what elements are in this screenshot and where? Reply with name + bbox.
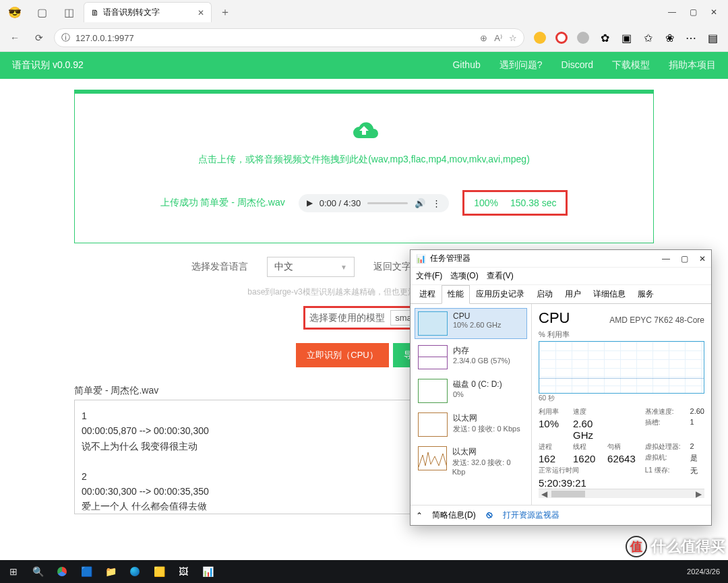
disk-thumb-graph	[418, 379, 448, 403]
more-icon[interactable]: ⋯	[685, 32, 697, 44]
new-tab-button[interactable]: ＋	[214, 3, 236, 22]
taskmgr-taskbar-icon[interactable]: 📊	[198, 562, 217, 581]
window-minimize-button[interactable]: —	[668, 7, 676, 17]
upload-hint: 点击上传，或将音频视频文件拖拽到此处(wav,mp3,flac,mp4,mov,…	[75, 154, 653, 166]
watermark: 值 什么值得买	[626, 536, 725, 557]
horizontal-scrollbar[interactable]: ◀▶	[539, 489, 704, 498]
back-button[interactable]: ←	[5, 28, 24, 47]
search-icon[interactable]: ⊕	[480, 33, 487, 43]
model-highlight-box: 选择要使用的模型 smal	[303, 306, 424, 330]
menu-file[interactable]: 文件(F)	[416, 270, 442, 282]
collections-icon[interactable]: ❀	[663, 32, 675, 44]
sidebar-item-cpu[interactable]: CPU10% 2.60 GHz	[415, 308, 527, 339]
brief-info-link[interactable]: 简略信息(D)	[432, 510, 476, 521]
ext-icon-2[interactable]	[555, 32, 568, 44]
search-button[interactable]: 🔍	[28, 562, 47, 581]
volume-icon[interactable]: 🔊	[415, 198, 425, 208]
mem-thumb-graph	[418, 345, 448, 369]
tm-minimize-button[interactable]: —	[662, 254, 670, 264]
cpu-chart	[539, 341, 704, 394]
address-bar[interactable]: ⓘ 127.0.0.1:9977 ⊕ A⁾ ☆	[54, 28, 524, 47]
profile-icon[interactable]: 😎	[8, 5, 22, 19]
start-button[interactable]: ⊞	[4, 562, 23, 581]
threads-value: 1620	[573, 453, 598, 464]
eth-thumb-graph	[418, 446, 447, 470]
chrome-icon[interactable]	[53, 562, 71, 581]
browser-tab[interactable]: 🗎 语音识别转文字 ✕	[84, 2, 212, 22]
nav-download[interactable]: 下载模型	[612, 59, 650, 71]
app-navbar: 语音识别 v0.0.92 Github 遇到问题? Discord 下载模型 捐…	[0, 52, 728, 79]
recognize-button[interactable]: 立即识别（CPU）	[296, 343, 388, 367]
menu-options[interactable]: 选项(O)	[450, 270, 478, 282]
audio-time: 0:00 / 4:30	[320, 198, 361, 208]
sidebar-icon[interactable]: ◫	[62, 5, 75, 19]
sidebar-item-memory[interactable]: 内存2.3/4.0 GB (57%)	[415, 342, 527, 373]
progress-box: 100% 150.38 sec	[462, 190, 568, 216]
window-close-button[interactable]: ✕	[710, 7, 717, 17]
system-clock[interactable]: 2024/3/26	[687, 567, 724, 576]
resource-monitor-link[interactable]: 打开资源监视器	[503, 510, 559, 521]
info-icon[interactable]: ⓘ	[61, 32, 70, 44]
lang-label: 选择发音语言	[191, 261, 248, 273]
workspaces-icon[interactable]: ▢	[35, 5, 49, 19]
ext-icon-1[interactable]	[534, 32, 546, 44]
upload-success-text: 上传成功 简单爱 - 周杰伦.wav	[160, 197, 285, 209]
ext-icon-3[interactable]	[577, 32, 589, 44]
tab-services[interactable]: 服务	[632, 285, 660, 303]
tm-maximize-button[interactable]: ▢	[681, 254, 688, 264]
cpu-model: AMD EPYC 7K62 48-Core	[609, 315, 704, 325]
play-icon[interactable]: ▶	[307, 198, 313, 208]
audio-player[interactable]: ▶ 0:00 / 4:30 🔊 ⋮	[299, 194, 449, 212]
windows-taskbar[interactable]: ⊞ 🔍 🟦 📁 🟨 🖼 📊 2024/3/26	[0, 560, 728, 583]
audio-menu-icon[interactable]: ⋮	[432, 198, 441, 208]
tm-close-button[interactable]: ✕	[699, 254, 706, 264]
tab-details[interactable]: 详细信息	[587, 285, 632, 303]
tab-title: 语音识别转文字	[103, 7, 160, 18]
app-icon-2[interactable]: 🟨	[150, 562, 169, 581]
extensions-icon[interactable]: ▣	[620, 32, 632, 44]
tab-close-icon[interactable]: ✕	[198, 8, 204, 18]
audio-scrubber[interactable]	[367, 202, 408, 204]
lang-select[interactable]: 中文 ▼	[267, 257, 355, 277]
split-icon[interactable]: ▤	[706, 32, 719, 44]
favorite-icon[interactable]: ☆	[509, 33, 517, 43]
menu-view[interactable]: 查看(V)	[487, 270, 514, 282]
app-title: 语音识别 v0.0.92	[12, 59, 84, 71]
uptime-value: 5:20:39:21	[539, 477, 636, 489]
sidebar-item-ethernet-1[interactable]: 以太网发送: 0 接收: 0 Kbps	[415, 409, 527, 440]
nav-github[interactable]: Github	[452, 59, 480, 71]
tab-processes[interactable]: 进程	[413, 285, 442, 303]
elapsed-seconds: 150.38 sec	[510, 197, 557, 208]
edge-icon[interactable]	[125, 562, 144, 581]
nav-discord[interactable]: Discord	[562, 59, 593, 71]
tab-startup[interactable]: 启动	[530, 285, 559, 303]
nav-donate[interactable]: 捐助本项目	[669, 59, 716, 71]
sidebar-item-disk[interactable]: 磁盘 0 (C: D:)0%	[415, 375, 527, 406]
ext-icon-4[interactable]: ✿	[599, 32, 611, 44]
tab-history[interactable]: 应用历史记录	[470, 285, 530, 303]
tab-performance[interactable]: 性能	[442, 285, 470, 304]
task-manager-window[interactable]: 📊 任务管理器 — ▢ ✕ 文件(F) 选项(O) 查看(V) 进程 性能 应用…	[410, 249, 712, 526]
sidebar-item-ethernet-2[interactable]: 以太网发送: 32.0 接收: 0 Kbp	[415, 443, 527, 479]
upload-dropzone[interactable]: 点击上传，或将音频视频文件拖拽到此处(wav,mp3,flac,mp4,mov,…	[74, 90, 654, 243]
read-aloud-icon[interactable]: A⁾	[494, 33, 502, 43]
lang-value: 中文	[274, 261, 293, 273]
app-icon-3[interactable]: 🖼	[174, 562, 193, 581]
app-icon[interactable]: 🟦	[77, 562, 96, 581]
cpu-heading: CPU	[539, 309, 570, 327]
progress-percent: 100%	[474, 197, 498, 208]
chevron-down-icon: ▼	[340, 264, 347, 271]
chevron-up-icon[interactable]: ⌃	[416, 511, 423, 520]
watermark-badge-icon: 值	[626, 536, 647, 557]
tab-users[interactable]: 用户	[559, 285, 587, 303]
cloud-upload-icon	[75, 118, 653, 148]
handles-value: 62643	[607, 453, 636, 464]
taskmgr-icon: 📊	[416, 254, 426, 264]
favorites-menu-icon[interactable]: ✩	[642, 32, 654, 44]
refresh-button[interactable]: ⟳	[30, 28, 49, 47]
cpu-thumb-graph	[418, 311, 448, 336]
nav-faq[interactable]: 遇到问题?	[499, 59, 543, 71]
window-maximize-button[interactable]: ▢	[690, 7, 697, 17]
explorer-icon[interactable]: 📁	[101, 562, 120, 581]
util-value: 10%	[539, 418, 564, 441]
